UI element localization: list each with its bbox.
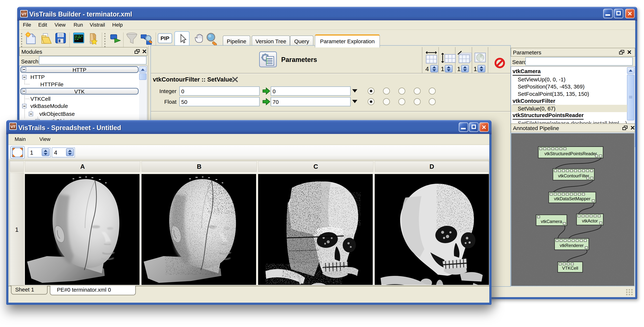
svg-text:PIP: PIP xyxy=(160,35,169,41)
